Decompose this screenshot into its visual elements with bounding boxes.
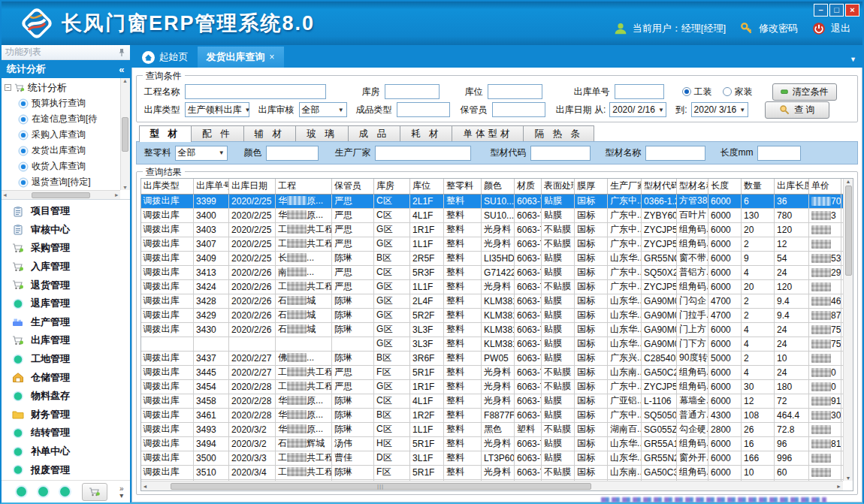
tabbar-dropdown-icon[interactable]: ▼ bbox=[850, 56, 856, 63]
keeper-input[interactable] bbox=[492, 102, 545, 117]
table-row[interactable]: 调拨出库34452020/2/27工共工程严思F区5R1F整料光身料6063-T… bbox=[141, 365, 843, 379]
length-input[interactable] bbox=[757, 146, 801, 161]
profile-code-input[interactable] bbox=[530, 146, 591, 161]
collapse-icon[interactable]: « bbox=[119, 64, 124, 75]
column-header[interactable]: 数量 bbox=[742, 179, 775, 194]
pin-icon[interactable] bbox=[117, 48, 126, 57]
sidebar-menu-item[interactable]: 物料盘存 bbox=[2, 387, 130, 406]
column-header[interactable]: 表面处理 bbox=[542, 179, 575, 194]
material-tab[interactable]: 隔 热 条 bbox=[523, 125, 594, 141]
cart-toolbar-button[interactable] bbox=[82, 483, 107, 501]
material-tab[interactable]: 玻 璃 bbox=[295, 125, 348, 141]
date-from-select[interactable]: 2020/ 2/16▼ bbox=[609, 102, 666, 117]
change-password-link[interactable]: 修改密码 bbox=[759, 22, 798, 35]
column-header[interactable]: 保管员 bbox=[332, 179, 374, 194]
status-dot-icon[interactable] bbox=[17, 487, 26, 496]
sidebar-menu-item[interactable]: 仓储管理 bbox=[2, 368, 130, 387]
column-header[interactable]: 生产厂家 bbox=[608, 179, 642, 194]
search-button[interactable]: 查 询 bbox=[765, 101, 829, 119]
tree-root-stats[interactable]: −统计分析 bbox=[3, 80, 120, 95]
tree-hscrollbar[interactable]: ◄► bbox=[2, 190, 120, 199]
material-tab[interactable]: 辅 材 bbox=[243, 125, 296, 141]
audit-select[interactable]: 全部▼ bbox=[299, 102, 347, 117]
sidebar-menu-item[interactable]: 生产管理 bbox=[2, 313, 130, 332]
sidebar-menu-item[interactable]: 结转管理 bbox=[2, 424, 130, 442]
sidebar-menu-item[interactable]: 补单中心 bbox=[2, 442, 130, 461]
whole-part-select[interactable]: 全部▼ bbox=[175, 146, 228, 161]
column-header[interactable]: 出库长度 bbox=[775, 179, 809, 194]
material-tab[interactable]: 成 品 bbox=[348, 125, 400, 141]
column-header[interactable]: 库位 bbox=[410, 179, 444, 194]
table-row[interactable]: 调拨出库34542020/2/28工共工程严思G区1R1F整料光身料6063-T… bbox=[141, 379, 843, 394]
tab-shipment-query[interactable]: 发货出库查询 × bbox=[198, 47, 284, 68]
material-tab[interactable]: 型 材 bbox=[139, 125, 192, 142]
table-row[interactable]: 调拨出库34072020/2/25工共工程严思G区1L1F整料光身料6063-T… bbox=[141, 237, 843, 251]
tree-item[interactable]: 退货查询[待定] bbox=[3, 174, 120, 190]
product-type-input[interactable] bbox=[397, 102, 450, 117]
table-row[interactable]: 调拨出库34032020/2/25工共工程严思G区1R1F整料光身料6063-T… bbox=[141, 222, 843, 237]
close-tab-icon[interactable]: × bbox=[270, 52, 275, 62]
grid-vscrollbar[interactable]: ▲▼ bbox=[843, 179, 853, 481]
table-row[interactable]: 调拨出库34582020/2/28华原...陈琳C区4L1F整料光身料6063-… bbox=[141, 394, 843, 408]
table-row[interactable]: 调拨出库34932020/3/2华原...陈琳C区1L1F整料黑色塑料不贴膜国标… bbox=[141, 422, 843, 436]
date-to-select[interactable]: 2020/ 3/16▼ bbox=[691, 102, 748, 117]
column-header[interactable]: 膜厚 bbox=[575, 179, 608, 194]
order-no-input[interactable] bbox=[615, 84, 664, 99]
table-row[interactable]: 调拨出库34002020/2/25华原...严思C区4L1F整料SU10...6… bbox=[141, 208, 843, 222]
column-header[interactable]: 颜色 bbox=[482, 179, 515, 194]
table-row[interactable]: 调拨出库34942020/3/2石辉城汤伟H区5R1F整料光身料6063-T5贴… bbox=[141, 436, 843, 451]
column-header[interactable]: 整零料 bbox=[444, 179, 482, 194]
radio-gongzhuang[interactable]: 工装 bbox=[682, 86, 712, 98]
material-tab[interactable]: 配 件 bbox=[191, 125, 243, 141]
tab-home[interactable]: 起始页 bbox=[133, 47, 198, 68]
logout-link[interactable]: 退出 bbox=[831, 22, 850, 35]
column-header[interactable]: 工程 bbox=[276, 179, 332, 194]
table-row[interactable]: 调拨出库34092020/2/25长...陈琳B区2R5F整料LI35HD606… bbox=[141, 251, 843, 265]
sidebar-menu-item[interactable]: 退库管理 bbox=[2, 294, 130, 313]
maximize-button[interactable]: □ bbox=[829, 4, 844, 17]
sidebar-menu-item[interactable]: 出库管理 bbox=[2, 331, 130, 350]
table-row[interactable]: 调拨出库33992020/2/25华原...严思C区2L1F整料SU10...6… bbox=[141, 194, 843, 208]
column-header[interactable]: 出库单号 bbox=[194, 179, 229, 194]
material-tab[interactable]: 耗 材 bbox=[400, 125, 452, 141]
warehouse-input[interactable] bbox=[385, 84, 440, 99]
column-header[interactable]: 出库类型 bbox=[141, 179, 194, 194]
table-row[interactable]: G区3L3F整料KLM38176063-T5贴膜国标山东华...GA90M09.… bbox=[141, 337, 843, 351]
tree-item[interactable]: 发货出库查询 bbox=[3, 143, 120, 158]
column-header[interactable]: 出库日期 bbox=[229, 179, 276, 194]
location-input[interactable] bbox=[488, 84, 542, 99]
column-header[interactable]: 单价 bbox=[809, 179, 841, 194]
section-header-stats[interactable]: 统计分析 « bbox=[2, 60, 130, 78]
tree-item[interactable]: 收货入库查询 bbox=[3, 158, 120, 174]
sidebar-menu-item[interactable]: 审核中心 bbox=[2, 221, 130, 240]
column-header[interactable]: 材质 bbox=[515, 179, 542, 194]
sidebar-menu-item[interactable]: 项目管理 bbox=[2, 202, 130, 221]
table-row[interactable]: 调拨出库34612020/2/28华原...陈琳B区1R2F整料F8877FT6… bbox=[141, 408, 843, 422]
profile-name-input[interactable] bbox=[645, 146, 705, 161]
radio-jiazhuang[interactable]: 家装 bbox=[723, 86, 753, 98]
tree-expander-icon[interactable]: − bbox=[5, 84, 11, 91]
close-button[interactable]: × bbox=[845, 4, 859, 17]
column-header[interactable]: 库房 bbox=[374, 179, 410, 194]
table-row[interactable]: 调拨出库34132020/2/26南...严思C区5R3F整料G71422606… bbox=[141, 265, 843, 279]
color-input[interactable] bbox=[266, 146, 319, 161]
project-name-input[interactable] bbox=[185, 84, 326, 99]
table-row[interactable]: 调拨出库35002020/3/3工共工程曹佳D区3L1F整料LT3P606063… bbox=[141, 451, 843, 465]
column-header[interactable]: 长度 bbox=[708, 179, 742, 194]
table-row[interactable]: 调拨出库35102020/3/4工共工程陈琳F区5R1F整料光身料6063-T5… bbox=[141, 465, 843, 479]
sidebar-menu-item[interactable]: 报废管理 bbox=[2, 460, 130, 479]
overflow-chevron-icon[interactable]: »▾ bbox=[119, 485, 124, 499]
tree-vscrollbar[interactable]: ▲▼ bbox=[120, 78, 130, 190]
table-row[interactable]: 调拨出库34302020/2/26石城陈琳G区3L3F整料KLM38176063… bbox=[141, 322, 843, 337]
maker-input[interactable] bbox=[375, 146, 471, 161]
table-row[interactable]: 调拨出库34372020/2/27佛...陈琳B区3R6F整料PW056063-… bbox=[141, 351, 843, 365]
material-tab[interactable]: 单体型材 bbox=[452, 125, 524, 141]
table-row[interactable]: 调拨出库34282020/2/26石城陈琳G区2L4F整料KLM38176063… bbox=[141, 294, 843, 308]
tree-item[interactable]: 在途信息查询[待 bbox=[3, 111, 120, 127]
tree-item[interactable]: 预算执行查询 bbox=[3, 95, 120, 111]
table-row[interactable]: 调拨出库34292020/2/26石城陈琳G区5R2F整料KLM38176063… bbox=[141, 308, 843, 322]
out-type-select[interactable]: 生产领料出库▼ bbox=[185, 102, 249, 117]
sidebar-menu-item[interactable]: 退货管理 bbox=[2, 276, 130, 294]
clear-conditions-button[interactable]: 清空条件 bbox=[772, 83, 837, 101]
status-dot-icon[interactable] bbox=[60, 487, 70, 496]
